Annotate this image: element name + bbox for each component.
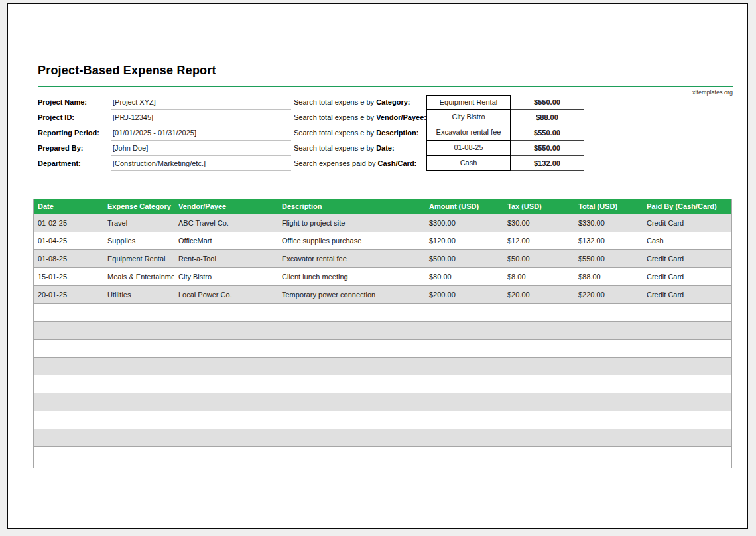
search-value-input[interactable]: City Bistro [426,110,511,125]
field-label: Prepared By: [38,141,111,156]
column-header: Expense Category [103,199,174,214]
table-cell[interactable]: ABC Travel Co. [174,214,278,232]
table-cell[interactable]: Office supplies purchase [278,232,425,249]
table-cell[interactable]: OfficeMart [174,232,278,249]
title-underline [38,86,733,87]
field-label: Project ID: [38,110,111,125]
table-cell[interactable]: $12.00 [503,232,574,249]
table-row: 01-04-25SuppliesOfficeMartOffice supplie… [34,232,731,250]
table-cell[interactable]: Credit Card [643,268,731,285]
empty-row[interactable] [34,429,731,447]
table-cell[interactable]: Rent-a-Tool [174,250,278,267]
table-cell[interactable]: Cash [643,232,731,249]
column-header: Tax (USD) [503,199,574,214]
search-result-amount: $88.00 [511,110,584,125]
search-value-input[interactable]: Excavator rental fee [426,125,511,141]
project-info-row: Project Name:[Project XYZ] [38,95,291,110]
empty-row[interactable] [34,375,731,393]
table-cell[interactable]: 01-08-25 [34,250,103,267]
table-cell[interactable]: $80.00 [425,268,503,285]
search-label-keyword: Category: [376,98,410,106]
field-label: Project Name: [38,95,111,110]
search-label-keyword: Vendor/Payee: [376,113,426,121]
field-value-input[interactable]: [John Doe] [111,141,291,156]
table-cell[interactable]: $500.00 [425,250,503,267]
empty-row[interactable] [34,447,731,468]
search-result-amount: $550.00 [511,125,584,141]
table-cell[interactable]: $550.00 [574,250,643,267]
column-header: Date [34,199,103,214]
empty-row[interactable] [34,358,731,375]
empty-row[interactable] [34,304,731,322]
table-cell[interactable]: Utilities [103,286,174,303]
column-header: Description [278,199,425,214]
table-cell[interactable]: $20.00 [503,286,574,303]
table-cell[interactable]: $30.00 [503,214,574,232]
search-row: Search total expens e by Vendor/Payee:Ci… [294,110,584,125]
table-body: 01-02-25TravelABC Travel Co.Flight to pr… [34,214,731,468]
search-label: Search total expens e by Date: [294,141,426,156]
column-header: Vendor/Payee [174,199,278,214]
field-value-input[interactable]: [01/01/2025 - 01/31/2025] [111,125,291,141]
table-cell[interactable]: Travel [103,214,174,232]
table-cell[interactable]: Meals & Entertainment [103,268,174,285]
search-label: Search total expens e by Description: [294,125,426,141]
column-header: Paid By (Cash/Card) [643,199,731,214]
field-label: Reporting Period: [38,125,111,141]
table-cell[interactable]: Local Power Co. [174,286,278,303]
table-cell[interactable]: 01-02-25 [34,214,103,232]
table-cell[interactable]: $120.00 [425,232,503,249]
table-cell[interactable]: Credit Card [643,286,731,303]
search-label: Search expenses paid by Cash/Card: [294,156,426,171]
search-row: Search total expens e by Category:Equipm… [294,95,584,110]
project-info-section: Project Name:[Project XYZ]Project ID:[PR… [38,95,291,171]
table-cell[interactable]: Excavator rental fee [278,250,425,267]
table-header-row: DateExpense CategoryVendor/PayeeDescript… [34,199,731,214]
empty-row[interactable] [34,322,731,340]
table-cell[interactable]: $300.00 [425,214,503,232]
search-row: Search expenses paid by Cash/Card:Cash$1… [294,156,584,171]
column-header: Total (USD) [574,199,643,214]
search-label-keyword: Date: [376,144,395,152]
search-label: Search total expens e by Category: [294,95,426,110]
search-value-input[interactable]: 01-08-25 [426,141,511,156]
table-cell[interactable]: Supplies [103,232,174,249]
report-page: Project-Based Expense Report xltemplates… [7,3,748,529]
table-row: 20-01-25UtilitiesLocal Power Co.Temporar… [34,286,731,304]
empty-row[interactable] [34,411,731,429]
table-cell[interactable]: $330.00 [574,214,643,232]
empty-row[interactable] [34,393,731,411]
search-value-input[interactable]: Equipment Rental [426,95,511,110]
table-cell[interactable]: 20-01-25 [34,286,103,303]
table-cell[interactable]: 15-01-25. [34,268,103,285]
search-label-keyword: Description: [376,129,418,137]
search-value-input[interactable]: Cash [426,156,511,171]
table-cell[interactable]: $220.00 [574,286,643,303]
table-row: 01-02-25TravelABC Travel Co.Flight to pr… [34,214,731,232]
table-cell[interactable]: $88.00 [574,268,643,285]
field-label: Department: [38,156,111,171]
table-cell[interactable]: 01-04-25 [34,232,103,249]
table-cell[interactable]: $8.00 [503,268,574,285]
table-cell[interactable]: Credit Card [643,250,731,267]
field-value-input[interactable]: [PRJ-12345] [111,110,291,125]
search-summary-section: Search total expens e by Category:Equipm… [294,95,584,171]
field-value-input[interactable]: [Project XYZ] [111,95,291,110]
table-cell[interactable]: Flight to project site [278,214,425,232]
table-cell[interactable]: $50.00 [503,250,574,267]
empty-row[interactable] [34,340,731,358]
table-cell[interactable]: $132.00 [574,232,643,249]
table-cell[interactable]: Temporary power connection [278,286,425,303]
field-value-input[interactable]: [Construction/Marketing/etc.] [111,156,291,171]
expense-table: DateExpense CategoryVendor/PayeeDescript… [33,199,732,468]
table-cell[interactable]: $200.00 [425,286,503,303]
table-cell[interactable]: Client lunch meeting [278,268,425,285]
column-header: Amount (USD) [425,199,503,214]
table-cell[interactable]: City Bistro [174,268,278,285]
project-info-row: Reporting Period:[01/01/2025 - 01/31/202… [38,125,291,141]
table-cell[interactable]: Equipment Rental [103,250,174,267]
project-info-row: Prepared By:[John Doe] [38,141,291,156]
table-cell[interactable]: Credit Card [643,214,731,232]
table-row: 01-08-25Equipment RentalRent-a-ToolExcav… [34,250,731,268]
search-result-amount: $550.00 [511,95,584,110]
